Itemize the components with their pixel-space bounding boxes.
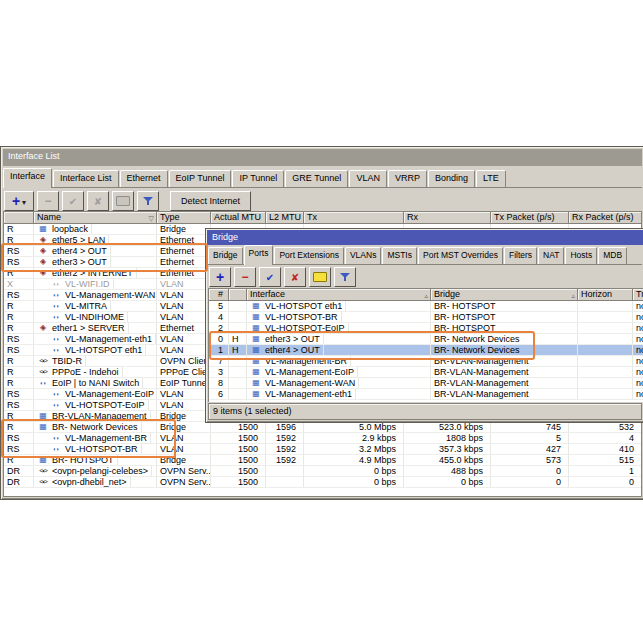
tab[interactable]: VRRP [388, 170, 427, 187]
tab[interactable]: VLANs [345, 247, 381, 264]
cell-l2-mtu: 1592 [266, 433, 304, 443]
enable-button[interactable] [259, 267, 281, 287]
cell-type: PPPoE Client [157, 367, 211, 377]
column-header-port-flags[interactable] [229, 289, 247, 301]
column-header-bridge[interactable]: Bridge ▵ [431, 289, 578, 301]
tab[interactable]: Hosts [565, 247, 597, 264]
column-header-type[interactable]: Type [157, 212, 211, 224]
cell-port-flags [229, 378, 247, 388]
tab[interactable]: Filters [504, 247, 537, 264]
tab[interactable]: Bridge [208, 247, 243, 264]
tab[interactable]: Port Extensions [274, 247, 344, 264]
cell-tx-packet: 5 [491, 433, 569, 443]
tab[interactable]: Bonding [428, 170, 475, 187]
disable-button[interactable] [284, 267, 306, 287]
cell-trusted: no [633, 312, 643, 322]
cell-type: Bridge [157, 455, 211, 465]
cell-number: 2 [209, 323, 229, 333]
bridge-port-row[interactable]: 7 VL-Management-BR BR-VLAN-Management no [209, 356, 643, 367]
cross-icon [291, 270, 299, 283]
interface-row[interactable]: R BR- Network Devices Bridge 1500 1596 5… [4, 422, 641, 433]
filter-button[interactable] [334, 267, 356, 287]
tab[interactable]: Ethernet [120, 170, 168, 187]
ethernet-icon [37, 246, 49, 256]
bridge-port-row[interactable]: 0 H ether3 > OUT BR- Network Devices no [209, 334, 643, 345]
bridge-titlebar[interactable]: Bridge [207, 230, 643, 245]
cell-flags: RS [4, 433, 34, 443]
column-header-horizon[interactable]: Horizon [578, 289, 633, 301]
interface-table-header: Name ▽ Type Actual MTU L2 MTU Tx Rx Tx P… [4, 212, 641, 224]
cell-name: VL-WIFI.ID [34, 279, 157, 289]
cell-name: ether3 > OUT [34, 257, 157, 267]
column-header-tx-packet[interactable]: Tx Packet (p/s) [491, 212, 569, 224]
column-header-trusted[interactable]: Tr [633, 289, 643, 301]
cell-type: Ethernet [157, 235, 211, 245]
cell-tx: 0 bps [304, 477, 404, 487]
add-button[interactable] [4, 191, 34, 211]
column-header-rx-packet[interactable]: Rx Packet (p/s) [569, 212, 641, 224]
detect-internet-button[interactable]: Detect Internet [170, 191, 251, 211]
cell-rx-packet: 410 [569, 444, 641, 454]
tab[interactable]: MDB [598, 247, 627, 264]
window-title: Interface List [8, 151, 60, 161]
cell-actual-mtu: 1500 [211, 433, 266, 443]
interface-row[interactable]: DR <ovpn-pelangi-celebes> OVPN Serv... 1… [4, 466, 641, 477]
interface-row[interactable]: RS VL-HOTSPOT-BR VLAN 1500 1592 3.2 Mbps… [4, 444, 641, 455]
tab[interactable]: GRE Tunnel [285, 170, 348, 187]
bridge-port-row[interactable]: 1 H ether4 > OUT BR- Network Devices no [209, 345, 643, 356]
comment-button[interactable] [112, 191, 134, 211]
column-header-l2-mtu[interactable]: L2 MTU [266, 212, 304, 224]
enable-button[interactable] [62, 191, 84, 211]
tab[interactable]: Port MST Overrides [418, 247, 503, 264]
bridge-port-row[interactable]: 2 VL-HOTSPOT-EoIP BR- HOTSPOT no [209, 323, 643, 334]
remove-button[interactable] [234, 267, 256, 287]
cell-interface: VL-Management-EoIP [247, 367, 431, 377]
interface-list-titlebar[interactable]: Interface List [3, 149, 642, 166]
tab[interactable]: VLAN [349, 170, 387, 187]
cell-interface: VL-Management-WAN [247, 378, 431, 388]
cell-flags: R [4, 268, 34, 278]
add-button[interactable] [209, 267, 231, 287]
cell-name: VL-Management-eth1 [34, 334, 157, 344]
tab[interactable]: Interface [3, 168, 52, 188]
bridge-port-row[interactable]: 3 VL-Management-EoIP BR-VLAN-Management … [209, 367, 643, 378]
tab[interactable]: EoIP Tunnel [169, 170, 232, 187]
cell-type: EoIP Tunnel [157, 378, 211, 388]
interface-row[interactable]: DR <ovpn-dhebil_net> OVPN Serv... 1500 0… [4, 477, 641, 488]
cell-flags: DR [4, 477, 34, 487]
tab[interactable]: LTE [476, 170, 506, 187]
column-header-interface[interactable]: Interface ▵ [247, 289, 431, 301]
bridge-port-row[interactable]: 6 VL-Management-eth1 BR-VLAN-Management … [209, 389, 643, 400]
column-header-tx[interactable]: Tx [304, 212, 404, 224]
cell-actual-mtu: 1500 [211, 444, 266, 454]
cell-name: PPPoE - Indehoi [34, 367, 157, 377]
tab[interactable]: Interface List [53, 170, 119, 187]
tab[interactable]: Ports [244, 245, 274, 265]
column-header-name[interactable]: Name ▽ [34, 212, 157, 224]
cell-number: 0 [209, 334, 229, 344]
tab[interactable]: MSTIs [382, 247, 417, 264]
bridge-port-row[interactable]: 4 VL-HOTSPOT-BR BR- HOTSPOT no [209, 312, 643, 323]
cell-actual-mtu: 1500 [211, 466, 266, 476]
bridge-port-row[interactable]: 8 VL-Management-WAN BR-VLAN-Management n… [209, 378, 643, 389]
interface-row[interactable]: RS VL-Management-BR VLAN 1500 1592 2.9 k… [4, 433, 641, 444]
column-header-number[interactable]: # [209, 289, 229, 301]
tab[interactable]: NAT [538, 247, 564, 264]
comment-button[interactable] [309, 267, 331, 287]
cell-name: ether4 > OUT [34, 246, 157, 256]
ovpn-icon [37, 466, 49, 476]
filter-button[interactable] [137, 191, 159, 211]
bridge-icon [37, 455, 49, 465]
bridge-ports-header: # Interface ▵ Bridge ▵ Horizon Tr [209, 289, 643, 301]
cell-actual-mtu: 1500 [211, 422, 266, 432]
disable-button[interactable] [87, 191, 109, 211]
tab[interactable]: IP Tunnel [232, 170, 284, 187]
cell-bridge: BR- Network Devices [431, 345, 578, 355]
bridge-port-row[interactable]: 5 VL-HOTSPOT eth1 BR- HOTSPOT no [209, 301, 643, 312]
column-header-actual-mtu[interactable]: Actual MTU [211, 212, 266, 224]
column-header-flags[interactable] [4, 212, 34, 224]
interface-row[interactable]: R BR- HOTSPOT Bridge 1500 1592 4.9 Mbps … [4, 455, 641, 466]
bridge-toolbar [206, 265, 643, 289]
column-header-rx[interactable]: Rx [404, 212, 491, 224]
remove-button[interactable] [37, 191, 59, 211]
